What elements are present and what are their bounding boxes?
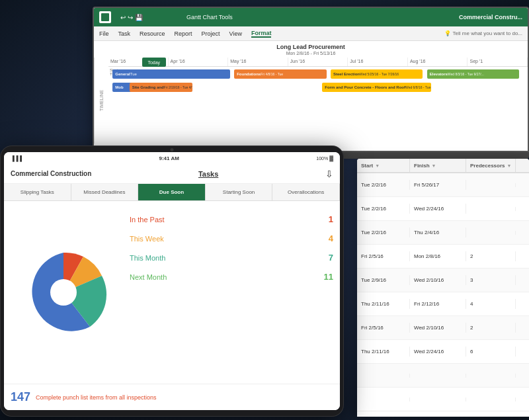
cell-start-6: Fri 2/5/16 xyxy=(357,323,410,333)
table-row: Fri 2/5/16 Mon 2/8/16 2 xyxy=(357,245,529,269)
tab-missed[interactable]: Missed Deadlines xyxy=(71,184,139,200)
stat-label-past: In the Past xyxy=(130,216,165,224)
stat-label-month: This Month xyxy=(130,254,165,262)
col-finish-sort[interactable]: ▼ xyxy=(432,163,436,168)
cell-finish-9 xyxy=(410,398,466,401)
table-row: Fri 2/5/16 Wed 2/10/16 2 xyxy=(357,316,529,340)
tablet-screen: ▐▐▐ 9:41 AM 100% ▓ Commercial Constructi… xyxy=(4,152,340,410)
menu-file[interactable]: File xyxy=(99,30,109,37)
tab-overalloc[interactable]: Overallocations xyxy=(272,184,340,200)
redo-btn[interactable]: ↪ xyxy=(128,14,133,21)
cell-start-2: Tue 2/2/16 xyxy=(357,228,410,237)
col-pred-label: Predecessors xyxy=(470,163,505,169)
cell-start-9 xyxy=(357,398,410,401)
col-finish-header: Finish ▼ xyxy=(410,159,466,172)
cell-start-4: Tue 2/9/16 xyxy=(357,275,410,285)
cell-finish-1: Wed 2/24/16 xyxy=(410,204,466,214)
gantt-subtitle: Mon 2/8/16 - Fri 5/13/16 xyxy=(94,51,528,56)
stat-row-week: This Week 4 xyxy=(130,233,333,243)
menu-view[interactable]: View xyxy=(229,30,242,37)
right-panel: Start ▼ Finish ▼ Predecessors ▼ Tue 2/2/… xyxy=(357,159,529,417)
cell-pred-0 xyxy=(466,183,516,187)
ribbon: ↩ ↪ 💾 Gantt Chart Tools Commercial Const… xyxy=(94,8,528,26)
signal-icon: ▐▐▐ xyxy=(11,155,22,161)
table-row: Tue 2/2/16 Wed 2/24/16 xyxy=(357,197,529,221)
pie-center xyxy=(50,279,77,306)
cell-pred-1 xyxy=(466,207,516,211)
menu-resource[interactable]: Resource xyxy=(140,30,165,37)
filter-icon[interactable]: ⇩ xyxy=(325,169,333,179)
table-row xyxy=(357,388,529,411)
date-sep: Sep '1 xyxy=(468,58,528,66)
cell-start-7: Thu 2/11/16 xyxy=(357,347,410,357)
menu-format[interactable]: Format xyxy=(251,30,272,38)
tasks-title: Tasks xyxy=(91,170,325,178)
stat-row-next: Next Month 11 xyxy=(130,272,333,282)
camera-dot xyxy=(171,148,174,151)
cell-finish-0: Fri 5/26/17 xyxy=(410,180,466,190)
bar-foundations: FoundationsFri 4/8/16 - Tue xyxy=(234,69,326,79)
undo-redo-group: ↩ ↪ 💾 xyxy=(120,14,143,21)
timeline-label: TIMELINE xyxy=(94,58,108,144)
cell-pred-3: 2 xyxy=(466,251,516,261)
menu-report[interactable]: Report xyxy=(175,30,192,37)
date-jul: Jul '16 xyxy=(348,58,408,66)
undo-btn[interactable]: ↩ xyxy=(120,14,126,21)
timeline-area: TIMELINE Mar '16 Apr '16 May '16 Jun '16… xyxy=(94,58,528,144)
menu-task[interactable]: Task xyxy=(118,30,131,37)
cell-finish-6: Wed 2/10/16 xyxy=(410,323,466,333)
table-row: Tue 2/2/16 Fri 5/26/17 xyxy=(357,173,529,197)
col-pred-sort[interactable]: ▼ xyxy=(507,163,511,168)
stat-label-next: Next Month xyxy=(130,273,167,281)
cell-start-3: Fri 2/5/16 xyxy=(357,251,410,261)
tablet-body: ▐▐▐ 9:41 AM 100% ▓ Commercial Constructi… xyxy=(0,146,344,417)
menu-project[interactable]: Project xyxy=(202,30,220,37)
tab-due-soon[interactable]: Due Soon xyxy=(138,184,206,200)
ribbon-app-title: Commercial Constru... xyxy=(459,14,522,21)
cell-finish-7: Wed 2/24/16 xyxy=(410,347,466,357)
cell-start-1: Tue 2/2/16 xyxy=(357,204,410,214)
right-panel-header: Start ▼ Finish ▼ Predecessors ▼ xyxy=(357,159,529,173)
cell-pred-2 xyxy=(466,231,516,235)
stat-value-month: 7 xyxy=(329,253,333,263)
col-start-header: Start ▼ xyxy=(357,159,410,172)
laptop-screen: ↩ ↪ 💾 Gantt Chart Tools Commercial Const… xyxy=(93,7,529,152)
app-title: Commercial Construction xyxy=(11,170,91,177)
ribbon-tools-label: Gantt Chart Tools xyxy=(186,14,233,21)
table-row xyxy=(357,364,529,388)
lightbulb-icon: 💡 xyxy=(444,30,451,36)
pie-chart xyxy=(17,246,110,339)
date-aug: Aug '16 xyxy=(408,58,468,66)
gantt-area: Long Lead Procurement Mon 2/8/16 - Fri 5… xyxy=(94,41,528,152)
stat-label-week: This Week xyxy=(130,235,164,243)
timeline-dates: Mar '16 Apr '16 May '16 Jun '16 Jul '16 … xyxy=(108,58,528,67)
table-row: Tue 2/9/16 Wed 2/10/16 3 xyxy=(357,269,529,292)
cell-pred-8 xyxy=(466,374,516,378)
col-start-sort[interactable]: ▼ xyxy=(375,163,380,168)
bar-grading: Site Grading andFri 2/19/16 - Tue 4/7/16 xyxy=(130,83,192,92)
tab-slipping[interactable]: Slipping Tasks xyxy=(4,184,71,200)
bar-steel: Steel ErectionWed 5/25/16 - Tue 7/26/16 xyxy=(331,69,423,79)
cell-start-8 xyxy=(357,374,410,378)
search-hint-text[interactable]: Tell me what you want to do... xyxy=(453,30,522,36)
content-area: In the Past 1 This Week 4 This Month 7 N… xyxy=(4,201,340,384)
cell-finish-4: Wed 2/10/16 xyxy=(410,275,466,285)
bar-elevators: ElevatorsWed 8/3/16 - Tue 9/27/... xyxy=(427,69,519,79)
stat-value-week: 4 xyxy=(329,233,333,243)
task-description[interactable]: Complete punch list items from all inspe… xyxy=(36,394,333,401)
stat-row-month: This Month 7 xyxy=(130,253,333,263)
save-btn[interactable]: 💾 xyxy=(135,14,143,21)
tablet-container: ▐▐▐ 9:41 AM 100% ▓ Commercial Constructi… xyxy=(0,146,344,417)
date-apr: Apr '16 xyxy=(169,58,229,66)
cell-pred-4: 3 xyxy=(466,275,516,285)
bottom-bar: 147 Complete punch list items from all i… xyxy=(4,384,340,410)
task-number: 147 xyxy=(11,390,30,404)
cell-start-5: Thu 2/11/16 xyxy=(357,299,410,309)
cell-finish-8 xyxy=(410,374,466,378)
stat-value-past: 1 xyxy=(329,214,333,224)
stat-value-next: 11 xyxy=(324,272,333,282)
tab-starting[interactable]: Starting Soon xyxy=(206,184,273,200)
ms-project-icon xyxy=(99,11,111,23)
menubar-search: 💡 Tell me what you want to do... xyxy=(444,30,522,36)
cell-pred-6: 2 xyxy=(466,323,516,333)
